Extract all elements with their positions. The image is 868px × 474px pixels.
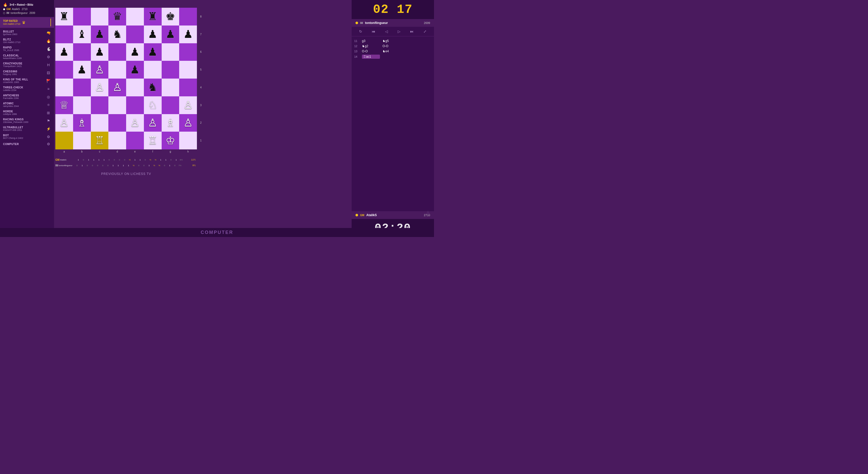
cell-h3[interactable]: ♙ — [179, 96, 197, 114]
cell-e5[interactable]: ♟ — [126, 61, 144, 79]
cell-b4[interactable] — [73, 79, 91, 96]
cell-a2[interactable]: ♙ — [55, 114, 73, 132]
cell-b3[interactable] — [73, 96, 91, 114]
cell-b5[interactable]: ♟ — [73, 61, 91, 79]
cell-a7[interactable] — [55, 26, 73, 43]
cell-f5[interactable] — [144, 61, 162, 79]
cell-f8[interactable]: ♜ — [144, 8, 162, 26]
cell-d4[interactable]: ♙ — [108, 79, 126, 96]
cell-f1[interactable]: ♖ — [144, 131, 162, 149]
cell-b2[interactable]: ♗ — [73, 114, 91, 132]
cell-a3[interactable]: ♕ — [55, 96, 73, 114]
sidebar-item-info: KING OF THE HILL cmartin91 1983 — [3, 78, 28, 84]
player1-title: GM — [6, 8, 10, 10]
sidebar-item-bot[interactable]: BOT BOT Cheng-4 2402 ⚙ — [0, 133, 54, 141]
move-black[interactable]: O-O — [382, 44, 401, 48]
sidebar-item-classical[interactable]: CLASSICAL ketanrkhaire 2189 ⚙ — [0, 53, 54, 61]
sidebar: 🔥 3+0 • Rated • Blitz GM AtalikS 2710 IM… — [0, 0, 54, 237]
move-white[interactable]: ♞g2 — [362, 44, 380, 48]
cell-g5[interactable] — [162, 61, 179, 79]
cell-c8[interactable] — [91, 8, 108, 26]
score-cell: 6½ — [179, 159, 184, 161]
analysis-btn[interactable]: ⤢ — [422, 28, 429, 34]
cell-b7[interactable]: ♝ — [73, 26, 91, 43]
cell-d6[interactable] — [108, 43, 126, 61]
cell-g6[interactable] — [162, 43, 179, 61]
sidebar-item-atomic[interactable]: ATOMIC rainynites 2044 ⚛ — [0, 101, 54, 109]
move-black[interactable]: ♞g5 — [382, 39, 401, 43]
cell-c3[interactable] — [91, 96, 108, 114]
cell-a8[interactable]: ♜ — [55, 8, 73, 26]
sidebar-item-bullet[interactable]: BULLET tjychess 2963 🔫 — [0, 29, 54, 37]
move-black[interactable]: ♞e4 — [382, 50, 401, 53]
cell-d2[interactable] — [108, 114, 126, 132]
cell-b1[interactable] — [73, 131, 91, 149]
move-white[interactable]: O-O — [362, 50, 380, 53]
sidebar-item-racing-kings[interactable]: RACING KINGS Zdzislaw_Pelowski 1930 ⚑ — [0, 117, 54, 125]
last-move-btn[interactable]: ⏭ — [408, 28, 416, 34]
cell-d5[interactable] — [108, 61, 126, 79]
cell-c2[interactable] — [91, 114, 108, 132]
cell-h5[interactable] — [179, 61, 197, 79]
sidebar-item-chess960[interactable]: CHESS960 hutgovy 1991 ⚄ — [0, 69, 54, 77]
first-move-btn[interactable]: ⏮ — [370, 28, 377, 34]
sidebar-item-horde[interactable]: HORDE colidyre 1986 ⊞ — [0, 109, 54, 117]
sidebar-item-name: ULTRABULLET — [3, 126, 23, 129]
cell-d1[interactable] — [108, 131, 126, 149]
cell-h8[interactable] — [179, 8, 197, 26]
cell-a5[interactable] — [55, 61, 73, 79]
cell-h1[interactable] — [179, 131, 197, 149]
cell-e4[interactable] — [126, 79, 144, 96]
cell-e1[interactable] — [126, 131, 144, 149]
cell-g4[interactable] — [162, 79, 179, 96]
sidebar-item-ultrabullet[interactable]: ULTRABULLET KNIGHT-008 2051 ⚡ — [0, 125, 54, 133]
cell-f3[interactable]: ♘ — [144, 96, 162, 114]
rank-label-1: 1 — [200, 131, 202, 149]
cell-c7[interactable]: ♟ — [91, 26, 108, 43]
cell-f6[interactable]: ♟ — [144, 43, 162, 61]
sidebar-item-antichess[interactable]: ANTICHESS Farmable 2266 ◎ — [0, 93, 54, 101]
sidebar-item-computer[interactable]: COMPUTER ⚙ — [0, 141, 54, 147]
cell-e6[interactable]: ♟ — [126, 43, 144, 61]
cell-c5[interactable]: ♙ — [91, 61, 108, 79]
next-move-btn[interactable]: ▷ — [396, 28, 403, 34]
cell-c6[interactable]: ♟ — [91, 43, 108, 61]
cell-h7[interactable]: ♟ — [179, 26, 197, 43]
cell-c4[interactable]: ♙ — [91, 79, 108, 96]
flip-board-btn[interactable]: ↻ — [357, 28, 364, 34]
cell-d8[interactable]: ♛ — [108, 8, 126, 26]
sidebar-item-king-of-the-hill[interactable]: KING OF THE HILL cmartin91 1983 🚩 — [0, 77, 54, 85]
cell-a1[interactable] — [55, 131, 73, 149]
cell-d7[interactable]: ♞ — [108, 26, 126, 43]
cell-g1[interactable]: ♔ — [162, 131, 179, 149]
cell-b6[interactable] — [73, 43, 91, 61]
cell-e3[interactable] — [126, 96, 144, 114]
cell-b8[interactable] — [73, 8, 91, 26]
move-white[interactable]: g3 — [362, 39, 380, 43]
sidebar-item-rapid[interactable]: RAPID TK_KULE 2585 🐇 — [0, 45, 54, 53]
cell-a4[interactable] — [55, 79, 73, 96]
cell-g2[interactable]: ♗ — [162, 114, 179, 132]
top-rated-item[interactable]: TOP RATED GM AtalikS 2710 ♛ — [0, 17, 54, 28]
cell-e2[interactable]: ♙ — [126, 114, 144, 132]
cell-h6[interactable] — [179, 43, 197, 61]
cell-h4[interactable] — [179, 79, 197, 96]
cell-d3[interactable] — [108, 96, 126, 114]
cell-f2[interactable]: ♙ — [144, 114, 162, 132]
sidebar-item-crazyhouse[interactable]: CRAZYHOUSE Tranquilizerr 2421 H — [0, 61, 54, 69]
cell-a6[interactable]: ♟ — [55, 43, 73, 61]
cell-f7[interactable]: ♟ — [144, 26, 162, 43]
cell-e8[interactable] — [126, 8, 144, 26]
prev-move-btn[interactable]: ◁ — [383, 28, 390, 34]
cell-g3[interactable] — [162, 96, 179, 114]
cell-c1[interactable]: ♖ — [91, 131, 108, 149]
cell-h2[interactable]: ♙ — [179, 114, 197, 132]
sidebar-item-three-check[interactable]: THREE-CHECK Leleilre 2234 ≡ — [0, 85, 54, 93]
piece-bp-g7: ♟ — [165, 29, 175, 40]
cell-g8[interactable]: ♚ — [162, 8, 179, 26]
cell-e7[interactable] — [126, 26, 144, 43]
cell-f4[interactable]: ♞ — [144, 79, 162, 96]
move-white[interactable]: ♖ac1 — [362, 55, 380, 59]
cell-g7[interactable]: ♟ — [162, 26, 179, 43]
sidebar-item-blitz[interactable]: BLITZ GM AtalikS 2710 🔥 — [0, 37, 54, 45]
